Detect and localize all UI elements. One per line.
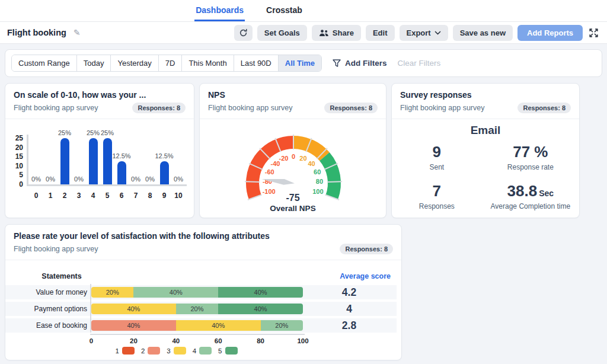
export-label: Export [407, 28, 431, 37]
stat-label: Responses [392, 202, 482, 210]
legend-item-5: 5 [218, 347, 237, 355]
tab-crosstab[interactable]: Crosstab [265, 0, 304, 21]
card-survey-responses: Survey responses Flight booking app surv… [391, 83, 580, 218]
bar-value-label: 25% [52, 129, 78, 136]
range-all-time[interactable]: All Time [279, 55, 321, 71]
stat-unit: Sec [539, 189, 554, 198]
average-score-value: 4 [308, 302, 391, 316]
x-axis-label: 8 [143, 191, 157, 200]
save-as-new-button[interactable]: Save as new [453, 25, 513, 41]
responses-badge: Responses: 8 [517, 103, 571, 113]
responses-badge: Responses: 8 [132, 103, 186, 113]
svg-text:40: 40 [308, 160, 315, 167]
card-title: Please rate your level of satisfaction w… [14, 231, 393, 241]
bar-4 [89, 138, 98, 184]
bar-value-label: 0% [37, 175, 63, 183]
bar-value-label: 25% [94, 129, 120, 136]
legend-item-4: 4 [193, 347, 212, 355]
stat-label: Average Completion time [482, 202, 579, 210]
card-nps: NPS Flight booking app survey Responses:… [199, 83, 386, 218]
average-score-column-header[interactable]: Average score [305, 272, 391, 280]
stacked-bar: 40%40%20% [91, 320, 303, 331]
stat-sent: 9 Sent [392, 143, 482, 171]
tab-dashboards[interactable]: Dashboards [194, 0, 245, 21]
channel-title: Email [392, 124, 579, 137]
nps-value: -75 [200, 193, 386, 203]
nps-scale-bar-chart: 05101520250%00%125%20%325%425%512.5%60%7… [5, 118, 194, 218]
segment-rating-5: 40% [218, 287, 303, 298]
stat-value: 77 % [482, 143, 579, 161]
share-button[interactable]: Share [312, 25, 361, 41]
segment-rating-3: 40% [176, 320, 261, 331]
x-axis-label: 9 [157, 191, 171, 200]
x-axis-label: 5 [100, 191, 114, 200]
bar-5 [103, 138, 112, 184]
legend-swatch [199, 347, 212, 355]
x-axis-line [90, 334, 305, 335]
refresh-button[interactable] [234, 25, 253, 41]
row-label: Payment options [5, 302, 87, 316]
x-axis-tick: 0 [82, 337, 100, 344]
clear-filters-button[interactable]: Clear Filters [398, 59, 441, 68]
bar-value-label: 12.5% [151, 152, 177, 159]
x-axis-tick: 80 [252, 337, 270, 344]
bar-value-label: 0% [137, 175, 163, 183]
stat-label: Sent [392, 163, 482, 171]
set-goals-button[interactable]: Set Goals [257, 25, 307, 41]
expand-icon [589, 28, 599, 38]
card-title: On scale of 0-10, how was your ... [14, 90, 186, 100]
svg-text:-60: -60 [265, 168, 274, 175]
chevron-down-icon [435, 31, 441, 35]
stat-value: 7 [392, 182, 482, 200]
average-score-value: 2.8 [308, 318, 391, 333]
edit-button[interactable]: Edit [366, 25, 395, 41]
row-label: Ease of booking [5, 318, 87, 333]
satisfaction-stacked-chart: Statements Average score Value for money… [5, 261, 401, 360]
svg-text:0: 0 [292, 153, 295, 160]
add-reports-button[interactable]: Add Reports [517, 25, 583, 41]
legend-swatch [148, 347, 160, 355]
x-axis-label: 6 [114, 191, 129, 200]
range-custom-range[interactable]: Custom Range [12, 55, 77, 71]
add-filters-button[interactable]: Add Filters [333, 59, 387, 68]
svg-text:60: 60 [314, 168, 321, 175]
x-axis-label: 4 [86, 191, 100, 200]
card-subtitle: Flight booking app survey [400, 104, 484, 112]
range-this-month[interactable]: This Month [182, 55, 234, 71]
share-people-icon [319, 29, 329, 37]
statements-column-header: Statements [29, 272, 94, 280]
save-as-new-label: Save as new [460, 28, 506, 37]
average-score-value: 4.2 [308, 285, 391, 299]
legend-label: 4 [193, 347, 196, 355]
segment-rating-4: 20% [261, 320, 303, 331]
legend-label: 3 [167, 347, 170, 355]
y-axis-tick: 25 [9, 134, 23, 142]
x-axis-label: 10 [171, 191, 186, 200]
range-today[interactable]: Today [77, 55, 111, 71]
x-axis-tick: 40 [167, 337, 185, 344]
segment-rating-5: 40% [218, 304, 303, 314]
x-axis-label: 1 [43, 191, 57, 200]
funnel-icon [333, 59, 341, 67]
range-7d[interactable]: 7D [159, 55, 183, 71]
row-label: Value for money [5, 285, 87, 299]
set-goals-label: Set Goals [264, 28, 300, 37]
y-axis-tick: 15 [9, 152, 23, 161]
fullscreen-button[interactable] [587, 27, 600, 39]
legend-swatch [225, 347, 238, 355]
top-nav: Dashboards Crosstab [0, 0, 607, 22]
segment-rating-3: 40% [91, 304, 176, 314]
stat-label: Response rate [482, 163, 579, 171]
export-button[interactable]: Export [400, 25, 448, 41]
x-axis-tick: 20 [124, 337, 142, 344]
edit-label: Edit [373, 28, 388, 37]
range-yesterday[interactable]: Yesterday [111, 55, 158, 71]
stacked-bar: 40%20%40% [91, 304, 303, 314]
stat-response-rate: 77 % Response rate [482, 143, 579, 171]
range-last-90d[interactable]: Last 90D [234, 55, 279, 71]
stat-value: 9 [392, 143, 482, 161]
segment-rating-3: 20% [91, 287, 133, 298]
x-axis-label: 7 [129, 191, 143, 200]
y-axis-tick: 5 [9, 171, 23, 179]
edit-title-pencil-icon[interactable]: ✎ [74, 28, 81, 37]
